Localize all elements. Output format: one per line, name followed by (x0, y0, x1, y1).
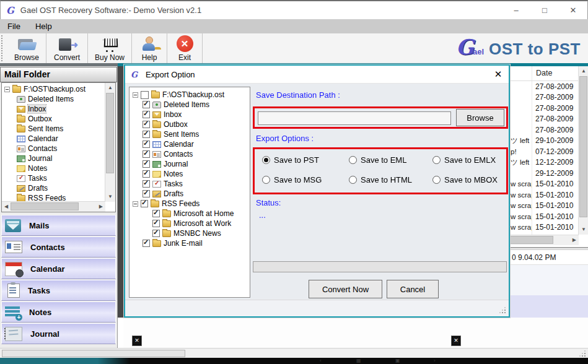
mail-list-horizontal-scrollbar[interactable]: ▶ (510, 235, 579, 245)
mail-row[interactable]: w scrap!15-01-2010 (510, 211, 579, 222)
checkbox-checked[interactable] (141, 200, 148, 207)
checkbox-checked[interactable] (143, 131, 150, 138)
export-item-microsoft-at-home[interactable]: Microsoft at Home (129, 209, 250, 219)
nav-calendar-button[interactable]: Calendar (1, 258, 116, 279)
export-item-rss-feeds[interactable]: RSS Feeds (129, 199, 250, 209)
checkbox-checked[interactable] (143, 150, 150, 158)
export-item-junk-email[interactable]: Junk E-mail (129, 238, 250, 248)
mail-row[interactable]: 27-08-2009 (510, 124, 579, 136)
tree-item-journal[interactable]: Journal (2, 154, 105, 163)
checkbox-checked[interactable] (143, 101, 150, 108)
export-item-journal[interactable]: Journal (129, 159, 250, 169)
checkbox-unchecked[interactable] (141, 91, 149, 99)
export-item-outbox[interactable]: Outbox (129, 119, 250, 129)
scroll-right-icon[interactable]: ▶ (99, 204, 103, 209)
scroll-left-icon[interactable]: ◀ (4, 204, 8, 209)
checkbox-checked[interactable] (143, 111, 150, 118)
tree-item-root[interactable]: F:\OST\backup.ost (2, 84, 105, 94)
mail-row[interactable]: 27-08-2009 (510, 103, 579, 114)
radio-icon[interactable] (349, 156, 357, 164)
export-tree-root[interactable]: F:\OST\backup.ost (129, 90, 250, 100)
maximize-button[interactable]: □ (530, 1, 559, 19)
scroll-right-icon[interactable]: ▶ (573, 238, 576, 243)
checkbox-checked[interactable] (143, 240, 150, 247)
checkbox-checked[interactable] (143, 170, 150, 178)
convert-button[interactable]: Convert (46, 33, 88, 63)
nav-notes-button[interactable]: Notes (1, 301, 116, 323)
export-item-deleted-items[interactable]: Deleted Items (129, 100, 250, 110)
mail-row[interactable]: p!07-12-2009 (510, 146, 579, 157)
tree-vertical-scrollbar[interactable]: ▲ ▼ (105, 83, 115, 202)
radio-icon[interactable] (262, 176, 270, 184)
mail-row[interactable]: 27-08-2009 (510, 92, 579, 103)
destination-path-input[interactable] (258, 111, 451, 125)
buy-now-button[interactable]: Buy Now (88, 33, 132, 63)
radio-save-to-mbox[interactable]: Save to MBOX (432, 175, 498, 184)
tree-item-tasks[interactable]: Tasks (2, 173, 105, 183)
collapse-icon[interactable] (133, 201, 138, 207)
scrollbar-thumb[interactable] (510, 236, 553, 244)
tree-item-contacts[interactable]: Contacts (2, 144, 105, 154)
tree-item-inbox[interactable]: Inbox (2, 104, 105, 114)
nav-mails-button[interactable]: Mails (1, 215, 116, 236)
collapse-icon[interactable] (133, 92, 138, 98)
dialog-close-icon[interactable]: ✕ (488, 69, 509, 80)
radio-icon[interactable] (349, 176, 357, 184)
radio-save-to-html[interactable]: Save to HTML (349, 175, 412, 184)
menu-file[interactable]: File (0, 22, 28, 31)
export-item-drafts[interactable]: Drafts (129, 189, 250, 199)
date-column-header[interactable]: Date (536, 69, 552, 77)
scroll-down-icon[interactable]: ▼ (581, 227, 586, 232)
scrollbar-thumb[interactable] (579, 76, 587, 217)
mail-row[interactable]: w scrap!15-01-2010 (510, 189, 579, 201)
help-button[interactable]: Help (132, 33, 167, 63)
radio-selected-icon[interactable] (262, 156, 270, 164)
export-item-contacts[interactable]: Contacts (129, 149, 250, 159)
export-item-microsoft-at-work[interactable]: Microsoft at Work (129, 219, 250, 228)
scroll-up-icon[interactable]: ▲ (108, 85, 113, 90)
export-item-msnbc-news[interactable]: MSNBC News (129, 228, 250, 238)
tree-horizontal-scrollbar[interactable]: ◀ ▶ (2, 201, 105, 212)
export-item-tasks[interactable]: Tasks (129, 179, 250, 189)
collapse-icon[interactable] (4, 87, 10, 92)
nav-journal-button[interactable]: Journal (1, 323, 116, 344)
mail-row[interactable]: w scrap!15-01-2010 (510, 201, 579, 212)
browse-button[interactable]: Browse (7, 33, 46, 63)
mail-row[interactable]: ツ left ...12-12-2009 (510, 157, 579, 168)
export-item-inbox[interactable]: Inbox (129, 110, 250, 119)
checkbox-checked[interactable] (152, 210, 160, 217)
cancel-button[interactable]: Cancel (387, 280, 439, 298)
tree-item-outbox[interactable]: Outbox (2, 114, 105, 124)
checkbox-checked[interactable] (143, 141, 150, 148)
mail-row[interactable]: w scrap!15-01-2010 (510, 222, 579, 233)
scrollbar-thumb[interactable] (11, 202, 79, 210)
export-item-sent-items[interactable]: Sent Items (129, 129, 250, 139)
resize-grip-icon[interactable] (504, 312, 506, 313)
mail-list-vertical-scrollbar[interactable]: ▲ ▼ (578, 66, 588, 235)
tree-item-rss-feeds[interactable]: RSS Feeds (2, 193, 105, 202)
checkbox-checked[interactable] (152, 220, 160, 227)
export-item-notes[interactable]: Notes (129, 169, 250, 179)
scrollbar-thumb[interactable] (106, 93, 114, 173)
checkbox-checked[interactable] (143, 190, 150, 197)
mail-row[interactable]: 27-08-2009 (510, 114, 579, 125)
nav-tasks-button[interactable]: Tasks (1, 280, 116, 301)
mail-row[interactable]: 27-08-2009 (510, 81, 579, 92)
menu-help[interactable]: Help (28, 22, 59, 31)
tree-item-sent-items[interactable]: Sent Items (2, 124, 105, 134)
radio-save-to-emlx[interactable]: Save to EMLX (432, 155, 496, 165)
checkbox-checked[interactable] (143, 160, 150, 168)
checkbox-checked[interactable] (152, 230, 160, 237)
radio-icon[interactable] (432, 156, 441, 164)
scroll-down-icon[interactable]: ▼ (108, 194, 113, 199)
mail-list-header[interactable]: Date (510, 66, 579, 81)
radio-icon[interactable] (432, 176, 441, 184)
radio-save-to-msg[interactable]: Save to MSG (262, 175, 322, 184)
mail-row[interactable]: ツ left ...29-10-2009 (510, 136, 579, 147)
minimize-button[interactable]: – (502, 1, 530, 19)
tree-item-notes[interactable]: Notes (2, 163, 105, 173)
close-button[interactable]: ✕ (559, 1, 587, 19)
checkbox-checked[interactable] (143, 180, 150, 188)
mail-row[interactable]: 29-12-2009 (510, 168, 579, 179)
exit-button[interactable]: ✕ Exit (167, 33, 203, 63)
